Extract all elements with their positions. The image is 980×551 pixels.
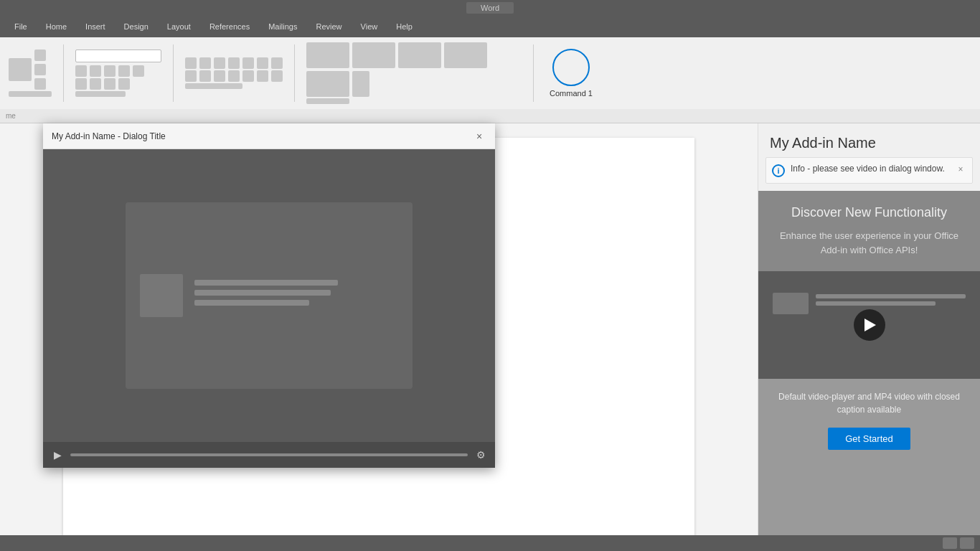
video-line-3 bbox=[194, 300, 309, 306]
align-right-icon[interactable] bbox=[214, 70, 225, 82]
styles-gallery bbox=[306, 42, 522, 97]
get-started-button[interactable]: Get Started bbox=[828, 428, 910, 450]
sep4 bbox=[533, 44, 534, 102]
sep3 bbox=[294, 44, 295, 102]
marks-icon[interactable] bbox=[271, 57, 283, 69]
ribbon-group-clipboard bbox=[6, 48, 55, 98]
font-size-icon[interactable] bbox=[75, 78, 87, 90]
borders-icon[interactable] bbox=[271, 70, 283, 82]
tab-home[interactable]: Home bbox=[37, 19, 75, 34]
strikethrough-icon[interactable] bbox=[118, 78, 130, 90]
bold-icon[interactable] bbox=[75, 65, 87, 77]
task-pane-play-button[interactable] bbox=[854, 309, 885, 341]
ribbon-group-font bbox=[72, 48, 164, 98]
status-view-btn-2[interactable] bbox=[960, 537, 974, 549]
tab-review[interactable]: Review bbox=[308, 19, 351, 34]
para-icons-row2 bbox=[185, 70, 283, 82]
ribbon-tabs: File Home Insert Design Layout Reference… bbox=[0, 16, 980, 37]
tab-references[interactable]: References bbox=[201, 19, 258, 34]
dialog-title-bar: My Add-in Name - Dialog Title × bbox=[43, 123, 495, 149]
font-name-input[interactable] bbox=[75, 50, 161, 62]
indent-dec-icon[interactable] bbox=[228, 57, 240, 69]
style-h3[interactable] bbox=[306, 71, 349, 97]
status-right bbox=[943, 537, 974, 549]
font-color-icon[interactable] bbox=[118, 65, 130, 77]
sep2 bbox=[173, 44, 174, 102]
tab-help[interactable]: Help bbox=[387, 19, 421, 34]
font-size-icons bbox=[75, 78, 130, 90]
indent-inc-icon[interactable] bbox=[242, 57, 254, 69]
paste-icon[interactable] bbox=[9, 58, 32, 81]
style-h2[interactable] bbox=[444, 42, 487, 68]
dialog-settings-button[interactable]: ⚙ bbox=[473, 448, 488, 462]
info-icon: i bbox=[772, 164, 785, 177]
cut-icon[interactable] bbox=[34, 50, 46, 61]
font-icons bbox=[75, 65, 144, 77]
ribbon-content: Command 1 bbox=[0, 37, 980, 109]
video-line-2 bbox=[194, 290, 331, 296]
command-button-icon bbox=[552, 49, 590, 86]
progress-bar[interactable] bbox=[70, 453, 468, 456]
font-grow-icon[interactable] bbox=[90, 78, 101, 90]
styles-more[interactable] bbox=[352, 71, 369, 97]
highlight-icon[interactable] bbox=[133, 65, 144, 77]
dialog-play-button[interactable]: ▶ bbox=[50, 448, 65, 462]
command-button[interactable]: Command 1 bbox=[542, 46, 600, 100]
font-label bbox=[75, 91, 126, 97]
sep1 bbox=[63, 44, 64, 102]
status-view-btn-1[interactable] bbox=[943, 537, 957, 549]
ribbon: File Home Insert Design Layout Reference… bbox=[0, 16, 980, 109]
task-pane-video bbox=[758, 271, 980, 379]
tab-insert[interactable]: Insert bbox=[77, 19, 114, 34]
discover-description: Enhance the user experience in your Offi… bbox=[770, 229, 969, 257]
discover-title: Discover New Functionality bbox=[770, 205, 969, 220]
numbering-icon[interactable] bbox=[199, 57, 211, 69]
format-painter-icon[interactable] bbox=[34, 78, 46, 90]
task-pane-discover-section: Discover New Functionality Enhance the u… bbox=[758, 191, 980, 271]
sort-icon[interactable] bbox=[257, 57, 268, 69]
below-ribbon: me bbox=[0, 109, 980, 123]
video-thumbnail bbox=[140, 274, 183, 317]
title-bar: Word bbox=[0, 0, 980, 16]
align-center-icon[interactable] bbox=[199, 70, 211, 82]
styles-label bbox=[306, 98, 349, 104]
bullets-icon[interactable] bbox=[185, 57, 197, 69]
ribbon-group-styles bbox=[303, 41, 524, 105]
shading-icon[interactable] bbox=[257, 70, 268, 82]
multilevel-icon[interactable] bbox=[214, 57, 225, 69]
align-left-icon[interactable] bbox=[185, 70, 197, 82]
ribbon-group-paragraph bbox=[182, 56, 286, 90]
status-bar bbox=[0, 535, 980, 551]
task-pane-video-thumb bbox=[773, 293, 809, 314]
line-spacing-icon[interactable] bbox=[242, 70, 254, 82]
dialog-controls: ▶ ⚙ bbox=[43, 442, 495, 468]
para-label bbox=[185, 83, 242, 89]
dialog-body bbox=[43, 149, 495, 442]
info-bar: i Info - please see video in dialog wind… bbox=[765, 157, 973, 184]
tab-mailings[interactable]: Mailings bbox=[260, 19, 306, 34]
video-line-1 bbox=[194, 280, 338, 286]
style-normal[interactable] bbox=[306, 42, 349, 68]
style-no-spacing[interactable] bbox=[352, 42, 395, 68]
justify-icon[interactable] bbox=[228, 70, 240, 82]
main-area: My Add-in Name - Dialog Title × bbox=[0, 123, 980, 535]
task-pane-bottom-description: Default video-player and MP4 video with … bbox=[770, 390, 969, 416]
copy-icon[interactable] bbox=[34, 64, 46, 75]
font-shrink-icon[interactable] bbox=[104, 78, 116, 90]
style-h1[interactable] bbox=[398, 42, 441, 68]
play-triangle-icon bbox=[864, 319, 876, 331]
task-pane-title: My Add-in Name bbox=[758, 123, 980, 157]
underline-icon[interactable] bbox=[104, 65, 116, 77]
title-bar-text: Word bbox=[466, 2, 514, 14]
tab-design[interactable]: Design bbox=[116, 19, 157, 34]
dialog-title-text: My Add-in Name - Dialog Title bbox=[52, 131, 166, 141]
tp-video-line-2 bbox=[816, 301, 936, 306]
info-text: Info - please see video in dialog window… bbox=[791, 164, 949, 174]
tab-view[interactable]: View bbox=[352, 19, 387, 34]
italic-icon[interactable] bbox=[90, 65, 101, 77]
dialog-close-button[interactable]: × bbox=[472, 129, 486, 143]
tab-layout[interactable]: Layout bbox=[159, 19, 199, 34]
info-bar-close-button[interactable]: × bbox=[955, 164, 966, 175]
command-button-label: Command 1 bbox=[550, 89, 593, 98]
tab-file[interactable]: File bbox=[6, 19, 36, 34]
